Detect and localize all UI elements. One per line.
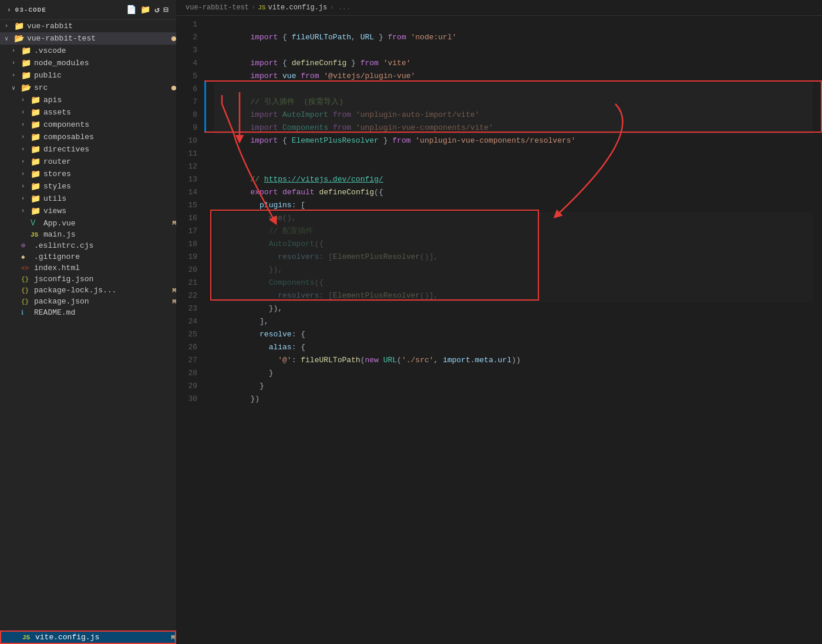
collapse-arrow: › (12, 48, 21, 54)
sidebar-item-label: package.json (34, 297, 170, 306)
folder-icon: 📁 (21, 58, 32, 68)
code-line-7: import AutoImport from 'unplugin-auto-im… (214, 96, 813, 109)
folder-icon: 📁 (31, 157, 41, 167)
folder-icon: 📁 (31, 107, 41, 117)
eslint-file-icon: ⊙ (21, 241, 32, 250)
sidebar-item-label: directives (43, 145, 176, 154)
code-line-22: }), (214, 289, 813, 302)
sidebar-item-package-json[interactable]: › {} package.json M (0, 296, 176, 307)
json-file-icon: {} (21, 298, 32, 305)
html-file-icon: <> (21, 265, 32, 272)
sidebar-item-eslintrc[interactable]: › ⊙ .eslintrc.cjs (0, 240, 176, 251)
code-line-15: vue(), (214, 199, 813, 212)
sidebar-item-label: components (43, 120, 176, 129)
sidebar-item-label: node_modules (34, 59, 176, 68)
sidebar-item-label: stores (43, 170, 176, 178)
code-line-11 (214, 147, 813, 160)
sidebar-item-label: vite.config.js (35, 633, 169, 642)
sidebar-item-readme[interactable]: › ℹ README.md (0, 307, 176, 318)
folder-icon: 📁 (31, 194, 41, 204)
sidebar-item-vue-rabbit[interactable]: › 📁 vue-rabbit (0, 20, 176, 32)
sidebar-item-label: composables (43, 133, 176, 141)
collapse-icon[interactable]: ⊟ (164, 5, 169, 15)
new-file-icon[interactable]: 📄 (126, 5, 137, 15)
sidebar-item-gitignore[interactable]: › ◆ .gitignore (0, 251, 176, 262)
json-file-icon: {} (21, 276, 32, 283)
sidebar-item-jsconfig[interactable]: › {} jsconfig.json (0, 274, 176, 285)
line-numbers: 1 2 3 4 5 6 7 8 9 10 11 12 13 14 15 16 1… (176, 16, 204, 644)
sidebar-item-label: index.html (34, 264, 176, 272)
folder-icon: 📁 (21, 46, 32, 56)
sidebar-item-views[interactable]: › 📁 views (0, 205, 176, 217)
sidebar-item-stores[interactable]: › 📁 stores (0, 168, 176, 180)
sidebar-item-utils[interactable]: › 📁 utils (0, 193, 176, 205)
sidebar-item-index-html[interactable]: › <> index.html (0, 262, 176, 274)
collapse-arrow: › (21, 171, 31, 177)
vue-file-icon: V (31, 218, 41, 228)
modified-badge: M (172, 287, 176, 294)
collapse-arrow: › (21, 109, 31, 116)
refresh-icon[interactable]: ↺ (154, 5, 160, 15)
sidebar: › 03-CODE 📄 📁 ↺ ⊟ › 📁 vue-rabbit ∨ 📂 vue… (0, 0, 176, 644)
js-file-icon: JS (22, 634, 33, 641)
sidebar-item-label: README.md (34, 308, 176, 317)
sidebar-item-public[interactable]: › 📁 public (0, 69, 176, 82)
json-file-icon: {} (21, 287, 32, 294)
sidebar-item-node-modules[interactable]: › 📁 node_modules (0, 57, 176, 69)
modified-dot (171, 36, 176, 41)
collapse-arrow: › (12, 60, 21, 66)
sidebar-item-router[interactable]: › 📁 router (0, 156, 176, 168)
sidebar-item-styles[interactable]: › 📁 styles (0, 180, 176, 193)
sidebar-item-label: App.vue (43, 219, 170, 228)
collapse-arrow: › (21, 195, 31, 202)
code-line-18: resolvers: [ElementPlusResolver()], (214, 238, 813, 251)
collapse-arrow: › (21, 146, 31, 153)
folder-icon: 📁 (31, 144, 41, 154)
folder-icon: 📁 (31, 95, 41, 105)
sidebar-item-apis[interactable]: › 📁 apis (0, 94, 176, 106)
sidebar-title-text: 03-CODE (15, 6, 46, 14)
sidebar-item-label: views (43, 207, 176, 215)
sidebar-item-label: public (34, 71, 176, 80)
code-line-24: resolve: { (214, 315, 813, 328)
folder-icon: 📁 (21, 70, 32, 80)
sidebar-item-directives[interactable]: › 📁 directives (0, 143, 176, 156)
code-line-3: import { defineConfig } from 'vite' (214, 44, 813, 57)
sidebar-item-label: jsconfig.json (34, 275, 176, 284)
code-line-19: }), (214, 251, 813, 264)
sidebar-item-label: styles (43, 182, 176, 191)
sidebar-item-composables[interactable]: › 📁 composables (0, 131, 176, 143)
active-line-bar (204, 80, 206, 133)
code-line-6: // 引入插件 (按需导入) (214, 83, 813, 96)
sidebar-item-main-js[interactable]: › JS main.js (0, 229, 176, 240)
sidebar-item-vite-config[interactable]: › JS vite.config.js M (0, 630, 176, 644)
sidebar-item-label: package-lock.js... (34, 286, 170, 295)
sidebar-item-label: src (34, 83, 169, 92)
modified-badge: M (171, 634, 175, 641)
modified-dot (171, 86, 176, 90)
sidebar-item-components[interactable]: › 📁 components (0, 119, 176, 131)
chevron-right-icon: › (7, 6, 12, 14)
sidebar-item-app-vue[interactable]: › V App.vue M (0, 217, 176, 229)
sidebar-item-src[interactable]: ∨ 📂 src (0, 82, 176, 94)
sidebar-item-label: main.js (43, 230, 176, 239)
sidebar-item-vscode[interactable]: › 📁 .vscode (0, 45, 176, 57)
breadcrumb-file: vite.config.js (268, 4, 327, 12)
sidebar-item-label: .eslintrc.cjs (34, 241, 176, 250)
sidebar-item-label: .vscode (34, 46, 176, 55)
sidebar-item-vue-rabbit-test[interactable]: ∨ 📂 vue-rabbit-test (0, 32, 176, 45)
sidebar-item-package-lock[interactable]: › {} package-lock.js... M (0, 285, 176, 296)
sidebar-item-label: utils (43, 194, 176, 203)
new-folder-icon[interactable]: 📁 (140, 5, 151, 15)
breadcrumb: vue-rabbit-test › JS vite.config.js › ..… (176, 0, 822, 16)
folder-icon: 📁 (14, 21, 25, 31)
code-line-25: alias: { (214, 328, 813, 341)
collapse-arrow: ∨ (5, 35, 14, 42)
project-name: vue-rabbit-test (186, 4, 249, 12)
sidebar-item-label: assets (43, 108, 176, 117)
git-file-icon: ◆ (21, 253, 32, 261)
folder-icon: 📁 (31, 120, 41, 130)
sidebar-item-assets[interactable]: › 📁 assets (0, 106, 176, 119)
sidebar-title: › 03-CODE 📄 📁 ↺ ⊟ (0, 0, 176, 20)
code-editor[interactable]: import { fileURLToPath, URL } from 'node… (204, 16, 822, 644)
